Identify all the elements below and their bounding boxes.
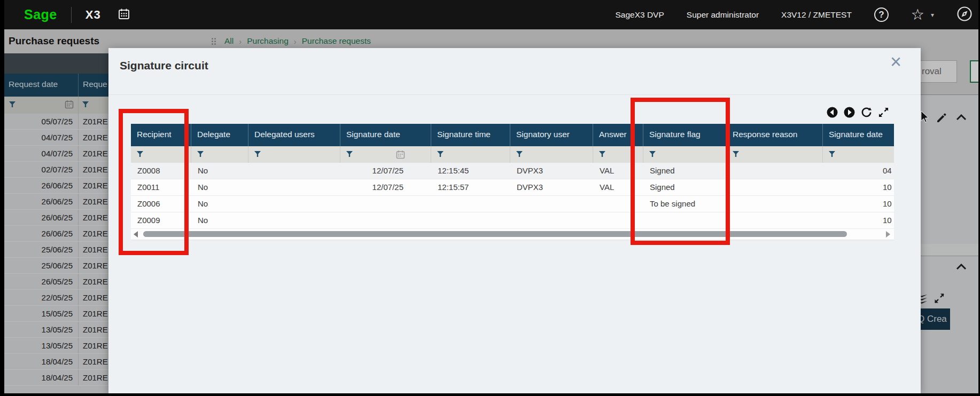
calendar-menu-icon[interactable]	[118, 8, 130, 22]
scrollbar-thumb[interactable]	[143, 231, 847, 237]
column-header[interactable]: Signature time	[431, 124, 510, 146]
table-cell: 10	[823, 196, 894, 212]
table-row[interactable]: Z0008No12/07/2512:15:45DVPX3VALSigned04	[131, 163, 894, 179]
table-cell: No	[191, 163, 248, 179]
refresh-icon[interactable]	[861, 107, 872, 118]
annotation-recipient-column	[119, 109, 189, 255]
table-cell: 12:15:45	[431, 163, 510, 179]
help-icon[interactable]: ?	[874, 7, 889, 22]
screenshot-border	[0, 0, 4, 396]
table-row[interactable]: Z0006NoTo be signed10	[131, 196, 894, 212]
table-cell: 10	[823, 212, 894, 228]
table-cell	[248, 163, 340, 179]
screenshot-page: Sage X3 SageX3 DVP Super administrator X…	[0, 0, 980, 396]
table-cell: 10	[823, 179, 894, 195]
table-cell	[340, 196, 431, 212]
signature-table: RecipientDelegateDelegated usersSignatur…	[131, 124, 894, 240]
table-cell: No	[191, 196, 248, 212]
fullscreen-icon[interactable]	[878, 107, 889, 118]
column-header[interactable]: Delegate	[191, 124, 248, 146]
column-header[interactable]: Signature date	[340, 124, 431, 146]
table-cell: No	[191, 212, 248, 228]
table-cell	[727, 179, 823, 195]
table-cell	[727, 212, 823, 228]
table-row[interactable]: Z0009No10	[131, 212, 894, 229]
column-filter[interactable]	[510, 146, 593, 163]
signature-circuit-dialog: Signature circuit × RecipientDelegateDel…	[108, 48, 921, 393]
x3-product-label[interactable]: X3	[85, 8, 101, 22]
table-cell	[431, 212, 510, 228]
table-cell	[727, 196, 823, 212]
table-cell	[340, 212, 431, 228]
topbar-divider	[71, 7, 72, 23]
table-cell	[510, 196, 593, 212]
column-header[interactable]: Signatory user	[510, 124, 593, 146]
table-cell: DVPX3	[510, 179, 593, 195]
favorites-caret-icon[interactable]: ▾	[931, 11, 934, 19]
signature-table-header-row: RecipientDelegateDelegated usersSignatur…	[131, 124, 894, 146]
table-cell: 12/07/25	[340, 163, 431, 179]
mouse-cursor	[920, 111, 930, 125]
topbar-right-cluster: SageX3 DVP Super administrator X3V12 / Z…	[615, 0, 973, 29]
table-cell	[510, 212, 593, 228]
column-filter[interactable]	[191, 146, 248, 163]
top-bar: Sage X3 SageX3 DVP Super administrator X…	[0, 0, 980, 29]
table-cell	[248, 179, 340, 195]
table-cell	[727, 163, 823, 179]
endpoint-label[interactable]: SageX3 DVP	[615, 10, 664, 20]
table-cell: No	[191, 179, 248, 195]
table-cell	[431, 196, 510, 212]
user-label[interactable]: Super administrator	[687, 10, 759, 20]
navigation-compass-icon[interactable]	[956, 6, 973, 24]
annotation-signature-flag-column	[631, 98, 730, 245]
table-cell	[248, 196, 340, 212]
table-cell: 12/07/25	[340, 179, 431, 195]
horizontal-scrollbar[interactable]	[131, 229, 894, 240]
signature-table-body: Z0008No12/07/2512:15:45DVPX3VALSigned04Z…	[131, 163, 894, 229]
column-filter[interactable]	[431, 146, 510, 163]
solution-folder-label[interactable]: X3V12 / ZMETEST	[781, 10, 852, 20]
table-cell: 12:15:57	[431, 179, 510, 195]
table-cell: DVPX3	[510, 163, 593, 179]
column-filter[interactable]	[727, 146, 823, 163]
column-header[interactable]: Signature date	[823, 124, 894, 146]
sage-logo[interactable]: Sage	[24, 7, 57, 22]
column-filter[interactable]	[340, 146, 431, 163]
signature-table-filter-row	[131, 146, 894, 163]
grid-toolbar	[827, 106, 889, 118]
column-header[interactable]: Response reason	[727, 124, 823, 146]
table-row[interactable]: Z0011No12/07/2512:15:57DVPX3VALSigned10	[131, 179, 894, 196]
column-header[interactable]: Delegated users	[248, 124, 340, 146]
next-page-icon[interactable]	[844, 107, 855, 118]
previous-page-icon[interactable]	[827, 107, 838, 118]
dialog-header-divider	[108, 94, 921, 95]
table-cell: 04	[823, 163, 894, 179]
close-icon[interactable]: ×	[890, 52, 901, 72]
scroll-right-arrow-icon[interactable]	[886, 231, 890, 237]
dialog-title: Signature circuit	[120, 59, 208, 72]
column-filter[interactable]	[823, 146, 894, 163]
table-cell	[248, 212, 340, 228]
column-filter[interactable]	[248, 146, 340, 163]
favorites-star-icon[interactable]: ☆	[911, 7, 924, 22]
screenshot-border	[0, 393, 980, 396]
